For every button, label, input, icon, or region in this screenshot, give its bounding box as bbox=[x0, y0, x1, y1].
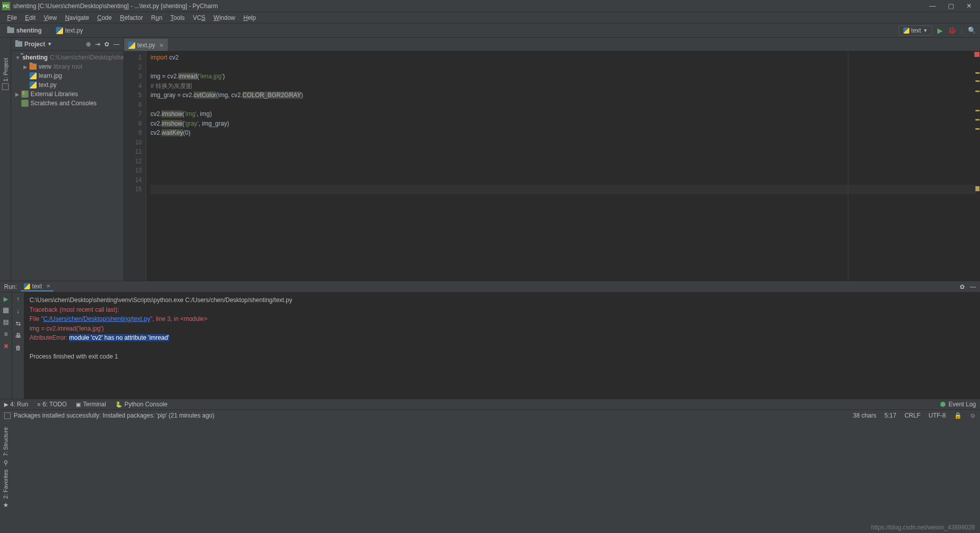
marker[interactable] bbox=[975, 110, 979, 111]
side-tab-favorites[interactable]: 2: Favorites bbox=[3, 469, 9, 498]
close-tab-icon[interactable]: ✕ bbox=[159, 42, 164, 49]
marker[interactable] bbox=[975, 91, 979, 92]
file-icon bbox=[29, 72, 37, 79]
run-button[interactable]: ▶ bbox=[937, 26, 943, 35]
menu-vcs[interactable]: VCS bbox=[190, 13, 208, 22]
status-position[interactable]: 5:17 bbox=[884, 412, 896, 419]
project-panel-title[interactable]: Project bbox=[24, 41, 45, 48]
tree-venv[interactable]: ▶venvlibrary root bbox=[11, 62, 124, 71]
maximize-button[interactable]: ▢ bbox=[948, 2, 954, 10]
code-text[interactable]: import cv2img = cv2.imread('lena.jpg')# … bbox=[146, 51, 980, 281]
stop-button[interactable] bbox=[3, 308, 9, 313]
side-tab-icon bbox=[2, 83, 9, 90]
minimize-button[interactable]: — bbox=[929, 2, 936, 10]
menu-tools[interactable]: Tools bbox=[167, 13, 188, 22]
tab-python-console[interactable]: 🐍Python Console bbox=[115, 401, 168, 408]
menu-bar: File Edit View Navigate Code Refactor Ru… bbox=[0, 12, 980, 23]
settings-icon[interactable]: ✿ bbox=[104, 41, 109, 48]
marker[interactable] bbox=[975, 128, 979, 130]
run-label: Run: bbox=[4, 283, 17, 290]
tree-root[interactable]: ▼shentingC:\Users\chen\Desktop\shenting bbox=[11, 53, 124, 62]
menu-help[interactable]: Help bbox=[240, 13, 259, 22]
locate-icon[interactable]: ⊕ bbox=[86, 41, 91, 48]
trash-icon[interactable]: 🗑 bbox=[15, 344, 21, 351]
settings-icon[interactable]: ✿ bbox=[960, 283, 965, 290]
console-output[interactable]: C:\Users\chen\Desktop\shenting\venv\Scri… bbox=[24, 292, 980, 399]
window-controls: — ▢ ✕ bbox=[929, 2, 978, 10]
tab-run[interactable]: ▶4: Run bbox=[4, 401, 28, 408]
side-tab-project[interactable]: 1: Project bbox=[3, 58, 9, 81]
scratch-icon bbox=[21, 100, 28, 107]
marker[interactable] bbox=[974, 52, 979, 57]
folder-icon bbox=[29, 64, 37, 70]
console-line: C:\Users\chen\Desktop\shenting\venv\Scri… bbox=[29, 295, 975, 305]
lock-icon[interactable]: 🔒 bbox=[954, 412, 962, 419]
python-icon bbox=[128, 42, 135, 49]
project-header: Project ▼ ⊕ ⇥ ✿ — bbox=[11, 38, 124, 51]
tab-event-log[interactable]: Event Log bbox=[948, 401, 976, 408]
close-button[interactable]: ✕ bbox=[966, 2, 972, 10]
marker[interactable] bbox=[975, 72, 979, 74]
pin-icon[interactable]: ≡ bbox=[4, 331, 8, 338]
selected-text: module 'cv2' has no attribute 'imread' bbox=[69, 334, 169, 341]
menu-navigate[interactable]: Navigate bbox=[62, 13, 92, 22]
menu-run[interactable]: Run bbox=[148, 13, 165, 22]
python-icon bbox=[24, 283, 30, 289]
star-icon: ★ bbox=[3, 501, 9, 509]
inspector-icon[interactable]: ☺ bbox=[970, 412, 976, 419]
side-tab-structure[interactable]: 7: Structure bbox=[3, 427, 9, 456]
watermark: https://blog.csdn.net/weixin_43899028 bbox=[871, 524, 975, 531]
tab-terminal[interactable]: ▣Terminal bbox=[76, 401, 106, 408]
minimize-icon[interactable]: — bbox=[970, 283, 976, 290]
marker[interactable] bbox=[975, 186, 979, 191]
menu-view[interactable]: View bbox=[41, 13, 60, 22]
status-line-sep[interactable]: CRLF bbox=[904, 412, 920, 419]
tree-file[interactable]: learn.jpg bbox=[11, 71, 124, 80]
layout-icon[interactable]: ▤ bbox=[3, 318, 9, 325]
dropdown-icon[interactable]: ▼ bbox=[47, 41, 52, 47]
tree-file[interactable]: text.py bbox=[11, 80, 124, 90]
breadcrumb-root[interactable]: shenting bbox=[4, 26, 45, 35]
up-icon[interactable]: ↑ bbox=[17, 295, 20, 303]
project-panel: Project ▼ ⊕ ⇥ ✿ — ▼shentingC:\Users\chen… bbox=[11, 38, 124, 281]
debug-button[interactable]: 🐞 bbox=[948, 26, 956, 34]
status-chars: 38 chars bbox=[853, 412, 876, 419]
collapse-icon[interactable]: ⇥ bbox=[95, 41, 100, 48]
library-icon bbox=[21, 91, 28, 98]
breadcrumb-separator: 〉 bbox=[46, 26, 52, 35]
app-icon: PC bbox=[2, 2, 10, 10]
run-config-selector[interactable]: text▼ bbox=[899, 25, 932, 36]
tree-scratches[interactable]: Scratches and Consoles bbox=[11, 99, 124, 108]
python-icon bbox=[903, 27, 909, 34]
left-gutter: 1: Project bbox=[0, 38, 11, 281]
marker[interactable] bbox=[975, 119, 979, 121]
menu-window[interactable]: Window bbox=[210, 13, 238, 22]
print-icon[interactable]: 🖶 bbox=[15, 332, 21, 339]
down-icon[interactable]: ↓ bbox=[17, 308, 20, 315]
menu-refactor[interactable]: Refactor bbox=[117, 13, 146, 22]
tab-todo[interactable]: ≡6: TODO bbox=[37, 401, 67, 408]
menu-edit[interactable]: Edit bbox=[22, 13, 39, 22]
menu-code[interactable]: Code bbox=[94, 13, 115, 22]
code-area[interactable]: 123456789101112131415 import cv2img = cv… bbox=[124, 51, 980, 281]
search-button[interactable]: 🔍 bbox=[968, 26, 976, 34]
console-line bbox=[29, 343, 975, 352]
line-gutter: 123456789101112131415 bbox=[124, 51, 146, 281]
rerun-button[interactable]: ▶ bbox=[4, 295, 8, 303]
hide-icon[interactable]: — bbox=[113, 41, 119, 48]
tree-external-libs[interactable]: ▶External Libraries bbox=[11, 90, 124, 99]
status-encoding[interactable]: UTF-8 bbox=[929, 412, 946, 419]
marker[interactable] bbox=[975, 80, 979, 82]
file-link[interactable]: C:/Users/chen/Desktop/shenting/text.py bbox=[43, 315, 150, 322]
run-config-tab[interactable]: text✕ bbox=[21, 282, 53, 291]
breadcrumb-file[interactable]: text.py bbox=[53, 26, 86, 35]
run-tools-right: ↑ ↓ ⇆ 🖶 🗑 bbox=[12, 292, 24, 399]
folder-icon bbox=[7, 27, 14, 33]
console-line: File "C:/Users/chen/Desktop/shenting/tex… bbox=[29, 314, 975, 324]
close-icon[interactable]: ✖ bbox=[4, 343, 9, 350]
menu-file[interactable]: File bbox=[4, 13, 20, 22]
editor-tab[interactable]: text.py✕ bbox=[124, 39, 168, 51]
wrap-icon[interactable]: ⇆ bbox=[16, 320, 21, 327]
event-indicator-icon bbox=[940, 402, 945, 407]
status-message: Packages installed successfully: Install… bbox=[14, 412, 215, 419]
